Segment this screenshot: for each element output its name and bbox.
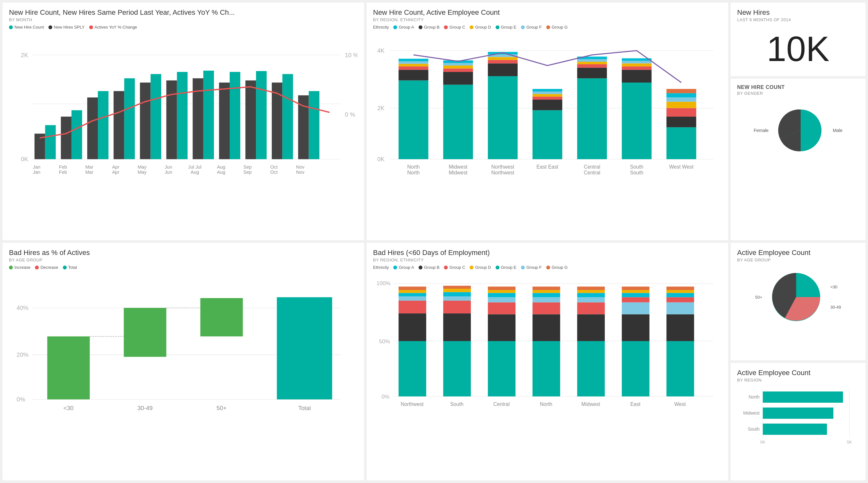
svg-text:50+: 50+ bbox=[217, 405, 226, 411]
top-mid-legend: Ethnicity Group A Group B Group C Group … bbox=[373, 25, 722, 30]
svg-text:Nov: Nov bbox=[296, 164, 305, 170]
svg-rect-194 bbox=[763, 392, 843, 403]
svg-text:0K: 0K bbox=[21, 156, 28, 163]
legend-dot-yoy bbox=[89, 25, 93, 29]
svg-rect-153 bbox=[488, 293, 516, 297]
svg-text:Central: Central bbox=[493, 401, 510, 407]
svg-rect-61 bbox=[399, 61, 429, 64]
svg-rect-163 bbox=[577, 341, 604, 396]
svg-rect-90 bbox=[622, 63, 651, 66]
svg-rect-64 bbox=[443, 72, 473, 85]
svg-text:20%: 20% bbox=[17, 351, 29, 358]
svg-rect-87 bbox=[622, 83, 651, 159]
svg-rect-183 bbox=[666, 286, 694, 290]
svg-rect-65 bbox=[443, 68, 473, 72]
top-mid-card: New Hire Count, Active Employee Count BY… bbox=[367, 3, 728, 240]
new-hires-10k-card: New Hires LAST 6 MONTHS OF 2014 10K bbox=[731, 3, 865, 76]
svg-text:East: East bbox=[630, 401, 641, 407]
svg-text:0%: 0% bbox=[382, 393, 390, 400]
svg-text:South: South bbox=[630, 164, 644, 170]
svg-rect-15 bbox=[245, 80, 256, 159]
svg-rect-97 bbox=[666, 97, 696, 102]
svg-rect-119 bbox=[47, 336, 90, 399]
svg-text:0K: 0K bbox=[760, 439, 765, 445]
top-mid-subtitle: BY REGION, ETHNICITY bbox=[373, 17, 722, 22]
svg-rect-28 bbox=[309, 91, 319, 159]
new-hires-big-number: 10K bbox=[737, 25, 859, 73]
legend-label-nhc: New Hire Count bbox=[14, 25, 44, 30]
svg-rect-10 bbox=[114, 91, 124, 159]
svg-rect-156 bbox=[532, 341, 560, 396]
bot-left-title: Bad Hires as % of Actives bbox=[9, 249, 358, 257]
legend-dot-nhc bbox=[9, 25, 13, 29]
svg-rect-137 bbox=[399, 301, 426, 313]
svg-text:Aug: Aug bbox=[217, 170, 225, 175]
svg-rect-11 bbox=[140, 83, 150, 159]
bot-left-subtitle: BY AGE GROUP bbox=[9, 258, 358, 262]
legend-actives-yoy: Actives YoY % Change bbox=[89, 25, 137, 30]
svg-rect-120 bbox=[124, 308, 166, 357]
top-mid-chart: 4K 2K 0K bbox=[373, 31, 722, 180]
svg-rect-57 bbox=[399, 80, 429, 159]
svg-rect-76 bbox=[532, 100, 562, 110]
svg-rect-147 bbox=[443, 289, 471, 292]
svg-rect-175 bbox=[622, 290, 649, 293]
svg-text:North: North bbox=[407, 164, 420, 170]
svg-rect-60 bbox=[399, 64, 429, 66]
svg-rect-161 bbox=[532, 290, 560, 293]
svg-rect-91 bbox=[622, 61, 651, 63]
svg-rect-83 bbox=[577, 64, 607, 68]
svg-rect-146 bbox=[443, 292, 471, 296]
svg-rect-69 bbox=[488, 76, 518, 159]
svg-rect-138 bbox=[399, 296, 426, 301]
svg-text:Oct: Oct bbox=[271, 164, 278, 170]
svg-text:Sep: Sep bbox=[244, 170, 252, 175]
svg-rect-8 bbox=[61, 117, 71, 159]
svg-rect-172 bbox=[622, 302, 649, 314]
svg-rect-162 bbox=[532, 286, 560, 290]
svg-rect-66 bbox=[443, 65, 473, 68]
bot-mid-card: Bad Hires (<60 Days of Employment) BY RE… bbox=[367, 243, 728, 480]
svg-rect-19 bbox=[71, 110, 82, 159]
svg-rect-63 bbox=[443, 85, 473, 159]
svg-text:West: West bbox=[674, 401, 686, 407]
svg-rect-16 bbox=[272, 83, 282, 159]
svg-text:Jul Jul: Jul Jul bbox=[188, 164, 202, 170]
svg-rect-170 bbox=[622, 341, 649, 396]
svg-text:Central: Central bbox=[584, 164, 600, 170]
svg-rect-98 bbox=[666, 93, 696, 97]
svg-rect-164 bbox=[577, 314, 604, 341]
svg-rect-168 bbox=[577, 290, 604, 293]
svg-rect-18 bbox=[45, 125, 56, 159]
age-labels-right: <30 30-49 bbox=[830, 285, 841, 310]
svg-text:100%: 100% bbox=[377, 280, 391, 286]
svg-rect-176 bbox=[622, 286, 649, 290]
svg-text:Midwest: Midwest bbox=[449, 170, 468, 175]
svg-rect-150 bbox=[488, 314, 516, 341]
svg-text:South: South bbox=[450, 401, 464, 407]
svg-text:Feb: Feb bbox=[59, 164, 67, 170]
bot-right-col: Active Employee Count BY AGE GROUP 50+ <… bbox=[731, 243, 865, 480]
top-left-title: New Hire Count, New Hires Same Period La… bbox=[9, 8, 358, 17]
svg-rect-140 bbox=[399, 290, 426, 293]
svg-text:Northwest: Northwest bbox=[491, 170, 515, 175]
svg-text:Apr: Apr bbox=[112, 170, 119, 175]
svg-rect-158 bbox=[532, 302, 560, 314]
svg-text:2K: 2K bbox=[21, 52, 28, 58]
svg-text:Jan: Jan bbox=[33, 170, 40, 175]
svg-rect-145 bbox=[443, 296, 471, 301]
svg-rect-159 bbox=[532, 297, 560, 303]
svg-text:0 %: 0 % bbox=[345, 111, 355, 118]
svg-rect-89 bbox=[622, 66, 651, 70]
svg-rect-62 bbox=[399, 59, 429, 61]
svg-rect-179 bbox=[666, 302, 694, 314]
svg-text:East East: East East bbox=[536, 164, 558, 170]
svg-text:South: South bbox=[630, 170, 644, 175]
svg-rect-27 bbox=[282, 74, 293, 159]
svg-rect-96 bbox=[666, 102, 696, 108]
age-labels-left: 50+ bbox=[755, 295, 762, 300]
svg-text:Central: Central bbox=[584, 170, 600, 175]
svg-rect-22 bbox=[150, 74, 161, 159]
svg-rect-166 bbox=[577, 297, 604, 303]
age-pie-chart bbox=[767, 268, 825, 326]
